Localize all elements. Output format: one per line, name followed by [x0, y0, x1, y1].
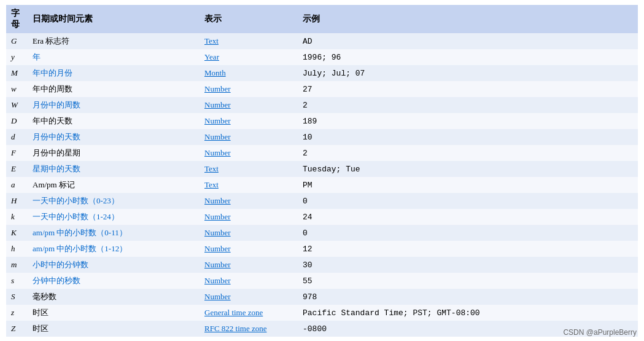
representation-link[interactable]: Number [204, 244, 231, 253]
representation-link[interactable]: Number [204, 196, 231, 205]
cell-description: 一天中的小时数（0-23） [28, 193, 200, 209]
table-row: W月份中的周数Number2 [6, 97, 638, 113]
cell-description: 时区 [28, 305, 200, 321]
cell-letter: S [6, 289, 28, 305]
table-row: d月份中的天数Number10 [6, 129, 638, 145]
cell-letter: w [6, 81, 28, 97]
table-row: F月份中的星期Number2 [6, 145, 638, 161]
cell-letter: a [6, 177, 28, 193]
cell-example: 30 [298, 257, 638, 273]
cell-description: 一天中的小时数（1-24） [28, 209, 200, 225]
table-row: w年中的周数Number27 [6, 81, 638, 97]
cell-representation[interactable]: Number [200, 273, 298, 289]
table-row: m小时中的分钟数Number30 [6, 257, 638, 273]
table-header-row: 字母 日期或时间元素 表示 示例 [6, 5, 638, 33]
representation-link[interactable]: RFC 822 time zone [204, 324, 266, 333]
cell-representation[interactable]: Number [200, 225, 298, 241]
representation-link[interactable]: Number [204, 100, 231, 109]
cell-representation[interactable]: Number [200, 145, 298, 161]
cell-description: 月份中的天数 [28, 129, 200, 145]
header-description: 日期或时间元素 [28, 5, 200, 33]
table-row: s分钟中的秒数Number55 [6, 273, 638, 289]
cell-representation[interactable]: Number [200, 209, 298, 225]
cell-example: July; Jul; 07 [298, 65, 638, 81]
representation-link[interactable]: Number [204, 276, 231, 285]
representation-link[interactable]: Number [204, 148, 231, 157]
cell-description: 分钟中的秒数 [28, 273, 200, 289]
cell-letter: d [6, 129, 28, 145]
representation-link[interactable]: Text [204, 180, 219, 189]
cell-representation[interactable]: Month [200, 65, 298, 81]
representation-link[interactable]: Number [204, 212, 231, 221]
cell-representation[interactable]: Number [200, 129, 298, 145]
cell-representation[interactable]: Text [200, 33, 298, 49]
cell-representation[interactable]: Number [200, 257, 298, 273]
header-example: 示例 [298, 5, 638, 33]
datetime-table: 字母 日期或时间元素 表示 示例 GEra 标志符TextADy年Year199… [6, 5, 638, 337]
cell-description: 星期中的天数 [28, 161, 200, 177]
cell-representation[interactable]: Text [200, 161, 298, 177]
representation-link[interactable]: Text [204, 164, 219, 173]
cell-letter: F [6, 145, 28, 161]
table-row: H一天中的小时数（0-23）Number0 [6, 193, 638, 209]
cell-description: 小时中的分钟数 [28, 257, 200, 273]
main-container: 字母 日期或时间元素 表示 示例 GEra 标志符TextADy年Year199… [0, 0, 644, 341]
cell-description: 月份中的周数 [28, 97, 200, 113]
cell-representation[interactable]: Number [200, 241, 298, 257]
cell-representation[interactable]: Number [200, 97, 298, 113]
representation-link[interactable]: Number [204, 292, 231, 301]
table-row: S毫秒数Number978 [6, 289, 638, 305]
cell-letter: E [6, 161, 28, 177]
table-row: y年Year1996; 96 [6, 49, 638, 65]
table-row: GEra 标志符TextAD [6, 33, 638, 49]
cell-example: Tuesday; Tue [298, 161, 638, 177]
cell-letter: y [6, 49, 28, 65]
representation-link[interactable]: Month [204, 68, 226, 77]
cell-representation[interactable]: Number [200, 289, 298, 305]
representation-link[interactable]: Number [204, 116, 231, 125]
representation-link[interactable]: Year [204, 52, 219, 61]
cell-letter: Z [6, 321, 28, 337]
watermark: CSDN @aPurpleBerry [563, 328, 637, 337]
representation-link[interactable]: Number [204, 132, 231, 141]
cell-example: 24 [298, 209, 638, 225]
cell-example: 0 [298, 193, 638, 209]
table-row: ham/pm 中的小时数（1-12）Number12 [6, 241, 638, 257]
cell-example: 978 [298, 289, 638, 305]
representation-link[interactable]: Text [204, 36, 219, 45]
representation-link[interactable]: Number [204, 84, 231, 93]
table-row: Kam/pm 中的小时数（0-11）Number0 [6, 225, 638, 241]
cell-representation[interactable]: General time zone [200, 305, 298, 321]
cell-description: Era 标志符 [28, 33, 200, 49]
cell-example: 55 [298, 273, 638, 289]
header-representation: 表示 [200, 5, 298, 33]
cell-letter: s [6, 273, 28, 289]
cell-representation[interactable]: RFC 822 time zone [200, 321, 298, 337]
representation-link[interactable]: Number [204, 260, 231, 269]
cell-representation[interactable]: Number [200, 81, 298, 97]
cell-letter: D [6, 113, 28, 129]
table-row: D年中的天数Number189 [6, 113, 638, 129]
table-row: k一天中的小时数（1-24）Number24 [6, 209, 638, 225]
cell-letter: W [6, 97, 28, 113]
cell-example: 2 [298, 97, 638, 113]
cell-example: 12 [298, 241, 638, 257]
cell-description: 年中的周数 [28, 81, 200, 97]
cell-representation[interactable]: Number [200, 113, 298, 129]
cell-example: AD [298, 33, 638, 49]
cell-letter: H [6, 193, 28, 209]
cell-representation[interactable]: Number [200, 193, 298, 209]
cell-example: PM [298, 177, 638, 193]
table-row: z时区General time zonePacific Standard Tim… [6, 305, 638, 321]
cell-example: 189 [298, 113, 638, 129]
representation-link[interactable]: Number [204, 228, 231, 237]
table-row: Z时区RFC 822 time zone-0800 [6, 321, 638, 337]
cell-representation[interactable]: Text [200, 177, 298, 193]
cell-description: am/pm 中的小时数（1-12） [28, 241, 200, 257]
cell-example: 2 [298, 145, 638, 161]
table-row: M年中的月份MonthJuly; Jul; 07 [6, 65, 638, 81]
cell-representation[interactable]: Year [200, 49, 298, 65]
cell-description: 年中的天数 [28, 113, 200, 129]
cell-letter: K [6, 225, 28, 241]
representation-link[interactable]: General time zone [204, 308, 263, 317]
